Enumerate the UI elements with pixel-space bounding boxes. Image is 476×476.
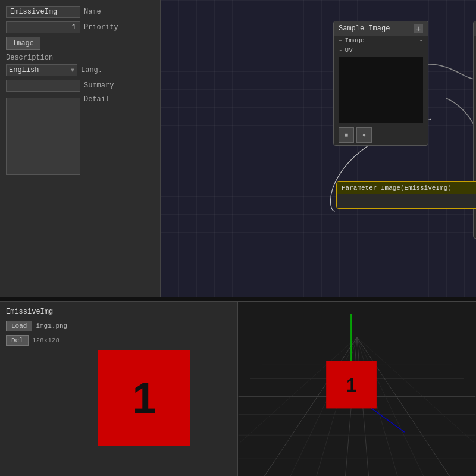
load-button[interactable]: Load (6, 321, 32, 331)
sample-image-preview (339, 57, 423, 123)
emissive-image-preview: 1 (98, 350, 190, 446)
preview-number: 1 (132, 374, 156, 422)
param-title: Parameter Image(EmissiveImg) (342, 184, 452, 192)
output-emissive-pin: - Emissive (474, 46, 476, 57)
sample-image-node[interactable]: Sample Image + = Image - - UV ■ ● (333, 21, 428, 146)
output-opacity-pin: - Opacity (474, 57, 476, 68)
output-metallic-pin: - Metallic (474, 89, 476, 100)
param-body: = (337, 194, 476, 208)
summary-label: Summary (84, 82, 114, 90)
output-opacitymask-pin: - OpacityMask (474, 68, 476, 79)
lang-value: English (9, 66, 39, 74)
priority-label: Priority (84, 23, 118, 32)
output-worldposoffset-pin: - WorldPositionOffset (474, 132, 476, 143)
file-name: img1.png (36, 322, 67, 330)
svg-text:1: 1 (346, 374, 357, 396)
3d-viewport[interactable]: 1 (238, 301, 476, 476)
delete-button[interactable]: Del (6, 335, 29, 346)
sample-image-header: Sample Image + (334, 21, 428, 36)
output-refraction-pin: - Refraction (474, 121, 476, 132)
priority-value[interactable]: 1 (6, 21, 80, 33)
summary-input[interactable] (6, 80, 80, 92)
bottom-properties-panel: EmissiveImg Load img1.png Del 128x128 1 (0, 301, 238, 476)
square-icon-btn[interactable]: ■ (339, 127, 354, 143)
sample-image-buttons: ■ ● (334, 125, 428, 145)
output-roughness-pin: - Roughness (474, 100, 476, 111)
description-label: Description (6, 54, 53, 62)
output-bottom-buttons: ■ ● (474, 218, 476, 238)
name-value[interactable]: EmissiveImg (6, 6, 80, 18)
sample-image-title: Sample Image (339, 24, 390, 33)
node-editor: EmissiveImg Name 1 Priority Image Descri… (0, 0, 476, 298)
viewport-grid-lines: 1 (238, 302, 476, 476)
output-basecolor-pin: - BaseColor (474, 36, 476, 46)
output-normal-pin: - Normal (474, 79, 476, 89)
param-header: Parameter Image(EmissiveImg) - (337, 182, 476, 194)
sample-image-add-button[interactable]: + (414, 24, 423, 33)
detail-box[interactable] (6, 98, 80, 175)
name-label: Name (84, 8, 101, 16)
bottom-section: EmissiveImg Load img1.png Del 128x128 1 (0, 301, 476, 476)
dropdown-arrow-icon: ▼ (71, 67, 74, 74)
image-button[interactable]: Image (6, 37, 40, 50)
connector-lines (161, 0, 476, 298)
circle-icon-btn[interactable]: ● (356, 127, 372, 143)
detail-label: Detail (84, 95, 109, 104)
parameter-image-node[interactable]: Parameter Image(EmissiveImg) - = (336, 181, 476, 209)
image-size: 128x128 (32, 337, 60, 344)
output-header: Output + (474, 21, 476, 36)
lang-label: Lang. (81, 66, 102, 74)
uv-pin: - UV (334, 45, 428, 55)
output-ambientocclusion-pin: - AmbientOcclusion (474, 111, 476, 121)
node-canvas[interactable]: Sample Image + = Image - - UV ■ ● Output (161, 0, 476, 298)
language-select[interactable]: English ▼ (6, 64, 77, 76)
left-properties-panel: EmissiveImg Name 1 Priority Image Descri… (0, 0, 161, 298)
image-pin: = Image - (334, 36, 428, 45)
emissiveimg-label: EmissiveImg (6, 308, 231, 316)
